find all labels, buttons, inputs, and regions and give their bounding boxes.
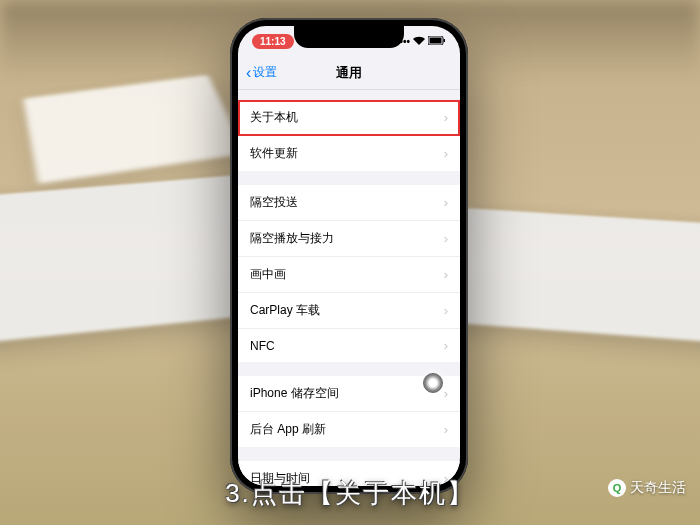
item-label: 关于本机 — [250, 109, 298, 126]
phone-notch — [294, 26, 404, 48]
item-label: 隔空投送 — [250, 194, 298, 211]
item-label: iPhone 储存空间 — [250, 385, 339, 402]
item-software-update[interactable]: 软件更新 › — [238, 136, 460, 171]
item-background-refresh[interactable]: 后台 App 刷新 › — [238, 412, 460, 447]
chevron-right-icon: › — [444, 267, 448, 282]
back-label: 设置 — [253, 64, 277, 81]
item-label: 后台 App 刷新 — [250, 421, 326, 438]
item-pip[interactable]: 画中画 › — [238, 257, 460, 293]
chevron-left-icon: ‹ — [246, 64, 251, 82]
watermark: Q 天奇生活 — [608, 479, 686, 497]
settings-list[interactable]: 关于本机 › 软件更新 › 隔空投送 › 隔空播放与接力 › — [238, 90, 460, 486]
battery-icon — [428, 36, 446, 47]
chevron-right-icon: › — [444, 110, 448, 125]
item-label: CarPlay 车载 — [250, 302, 320, 319]
item-label: 软件更新 — [250, 145, 298, 162]
item-airplay[interactable]: 隔空播放与接力 › — [238, 221, 460, 257]
back-button[interactable]: ‹ 设置 — [246, 64, 277, 82]
chevron-right-icon: › — [444, 146, 448, 161]
item-about[interactable]: 关于本机 › — [238, 100, 460, 136]
chevron-right-icon: › — [444, 303, 448, 318]
watermark-text: 天奇生活 — [630, 479, 686, 497]
step-caption: 3.点击【关于本机】 — [0, 476, 700, 511]
item-airdrop[interactable]: 隔空投送 › — [238, 185, 460, 221]
svg-rect-2 — [444, 39, 446, 42]
wifi-icon — [413, 36, 425, 47]
item-nfc[interactable]: NFC › — [238, 329, 460, 362]
watermark-icon: Q — [608, 479, 626, 497]
notebook-prop — [23, 75, 246, 184]
item-label: 画中画 — [250, 266, 286, 283]
status-time: 11:13 — [252, 34, 294, 49]
page-title: 通用 — [336, 64, 362, 82]
svg-rect-1 — [430, 37, 442, 43]
chevron-right-icon: › — [444, 195, 448, 210]
chevron-right-icon: › — [444, 422, 448, 437]
settings-group: 关于本机 › 软件更新 › — [238, 100, 460, 171]
nav-bar: ‹ 设置 通用 — [238, 56, 460, 90]
phone-frame: 11:13 •••• ‹ 设置 通用 关于本机 — [230, 18, 468, 494]
item-label: 隔空播放与接力 — [250, 230, 334, 247]
settings-group: 隔空投送 › 隔空播放与接力 › 画中画 › CarPlay 车载 › NFC — [238, 185, 460, 362]
phone-screen: 11:13 •••• ‹ 设置 通用 关于本机 — [238, 26, 460, 486]
item-label: NFC — [250, 339, 275, 353]
assistive-touch[interactable] — [418, 368, 448, 398]
chevron-right-icon: › — [444, 231, 448, 246]
chevron-right-icon: › — [444, 338, 448, 353]
item-carplay[interactable]: CarPlay 车载 › — [238, 293, 460, 329]
assistive-touch-icon — [423, 373, 443, 393]
